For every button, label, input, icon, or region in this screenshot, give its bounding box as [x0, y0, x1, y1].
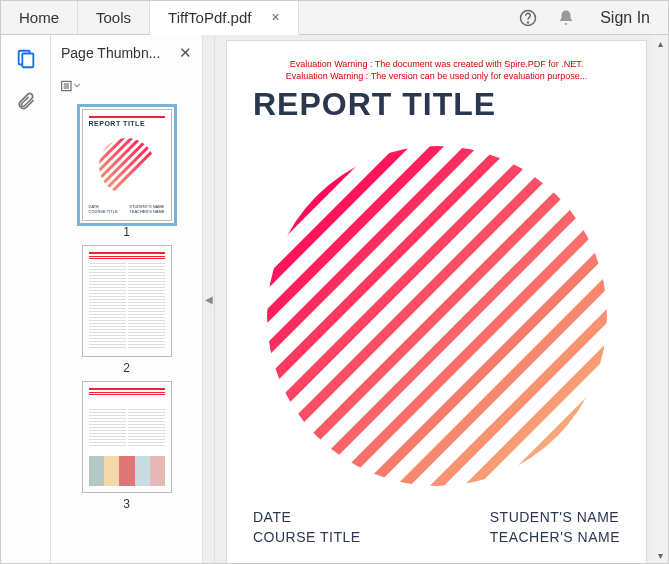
vertical-scrollbar[interactable]: ▴ ▾ — [652, 35, 668, 563]
svg-rect-3 — [22, 54, 33, 68]
thumb-redline — [89, 116, 165, 118]
eval-warning-2: Evaluation Warning : The version can be … — [253, 71, 620, 83]
thumbnails-scroll[interactable]: REPORT TITLE DATECOURSE TITLE STUDENT'S … — [51, 101, 202, 563]
thumb-2-wrap: 2 — [82, 245, 172, 375]
tab-close-icon[interactable]: × — [271, 9, 279, 25]
scroll-up-icon[interactable]: ▴ — [652, 35, 668, 51]
thumbnails-panel: Page Thumbn... ✕ REPORT TITLE — [51, 35, 203, 563]
tabbar-spacer — [299, 1, 507, 34]
thumb3-image — [89, 456, 165, 486]
sign-in-button[interactable]: Sign In — [594, 9, 656, 27]
attachment-icon[interactable] — [14, 89, 38, 113]
bell-icon[interactable] — [556, 8, 576, 28]
tab-tools[interactable]: Tools — [78, 1, 150, 34]
tab-home[interactable]: Home — [1, 1, 78, 34]
thumb-1-num: 1 — [123, 225, 130, 239]
report-title: REPORT TITLE — [253, 86, 620, 123]
tabbar-right: Sign In — [506, 1, 668, 34]
thumb-page-3[interactable] — [82, 381, 172, 493]
tab-bar: Home Tools TiffToPdf.pdf × Sign In — [1, 1, 668, 35]
svg-point-1 — [528, 22, 529, 23]
thumbnails-toolbar — [51, 71, 202, 101]
thumb1-graphic — [99, 138, 155, 194]
tab-file[interactable]: TiffToPdf.pdf × — [150, 1, 299, 35]
thumb-1-wrap: REPORT TITLE DATECOURSE TITLE STUDENT'S … — [82, 109, 172, 239]
splitter-grip-icon[interactable]: ◀ — [205, 294, 213, 305]
tab-file-label: TiffToPdf.pdf — [168, 9, 251, 26]
thumb-3-wrap: 3 — [82, 381, 172, 511]
footer-teacher: TEACHER'S NAME — [490, 529, 620, 545]
scroll-down-icon[interactable]: ▾ — [652, 547, 668, 563]
tool-strip — [1, 35, 51, 563]
thumb2-body — [89, 263, 165, 350]
thumb-redline — [89, 388, 165, 390]
help-icon[interactable] — [518, 8, 538, 28]
thumb-2-num: 2 — [123, 361, 130, 375]
thumb1-title: REPORT TITLE — [89, 120, 165, 127]
close-panel-icon[interactable]: ✕ — [179, 44, 192, 62]
thumb-page-2[interactable] — [82, 245, 172, 357]
footer-student: STUDENT'S NAME — [490, 509, 620, 525]
tab-home-label: Home — [19, 9, 59, 26]
thumb-redline — [89, 252, 165, 254]
cover-footer: DATE COURSE TITLE STUDENT'S NAME TEACHER… — [253, 509, 620, 545]
cover-graphic — [253, 135, 620, 497]
thumb-page-1[interactable]: REPORT TITLE DATECOURSE TITLE STUDENT'S … — [82, 109, 172, 221]
body: Page Thumbn... ✕ REPORT TITLE — [1, 35, 668, 563]
thumb3-text — [89, 409, 165, 447]
tab-tools-label: Tools — [96, 9, 131, 26]
document-area[interactable]: Evaluation Warning : The document was cr… — [215, 35, 668, 563]
thumbnails-header: Page Thumbn... ✕ — [51, 35, 202, 71]
scroll-track[interactable] — [652, 51, 668, 547]
thumbnails-title: Page Thumbn... — [61, 45, 160, 61]
eval-warning-1: Evaluation Warning : The document was cr… — [253, 59, 620, 71]
thumb-3-num: 3 — [123, 497, 130, 511]
footer-date: DATE — [253, 509, 361, 525]
splitter[interactable]: ◀ — [203, 35, 215, 563]
page-1: Evaluation Warning : The document was cr… — [227, 41, 646, 563]
thumbnails-icon[interactable] — [14, 47, 38, 71]
thumb1-foot: DATECOURSE TITLE STUDENT'S NAMETEACHER'S… — [89, 204, 165, 214]
app-window: Home Tools TiffToPdf.pdf × Sign In — [0, 0, 669, 564]
thumb-options-icon[interactable] — [61, 76, 81, 96]
footer-course: COURSE TITLE — [253, 529, 361, 545]
